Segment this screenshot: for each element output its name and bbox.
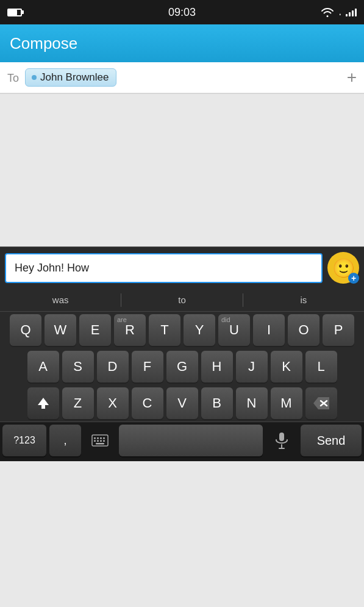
status-time: 09:03 — [168, 6, 196, 19]
keyboard-icon — [91, 434, 109, 447]
key-shift[interactable] — [27, 387, 59, 419]
emoji-button[interactable]: 🙂 + — [327, 252, 359, 284]
message-body[interactable] — [0, 94, 364, 246]
key-o[interactable]: O — [288, 314, 319, 346]
signal-bar-4 — [355, 9, 357, 16]
svg-rect-5 — [94, 437, 96, 439]
key-r[interactable]: are R — [114, 314, 146, 346]
microphone-button[interactable] — [266, 425, 298, 456]
key-u[interactable]: did U — [218, 314, 250, 346]
key-s[interactable]: S — [62, 351, 94, 383]
battery-container — [7, 9, 22, 16]
status-icons: 𐄀 — [321, 7, 357, 17]
recipients-list: John Brownlee — [25, 68, 357, 87]
add-recipient-button[interactable]: + — [347, 68, 357, 87]
bottom-row: ?123 , — [0, 422, 364, 461]
key-j[interactable]: J — [236, 351, 268, 383]
status-bar: 09:03 𐄀 — [0, 0, 364, 24]
svg-rect-14 — [279, 433, 284, 441]
key-f[interactable]: F — [132, 351, 163, 383]
suggestion-was[interactable]: was — [0, 295, 121, 305]
key-row-3: Z X C V B N M — [0, 385, 364, 422]
svg-marker-0 — [38, 398, 49, 409]
svg-rect-7 — [100, 437, 102, 439]
signal-bar-3 — [352, 10, 354, 16]
keyboard: was to is Q W E are R T Y did U I O P A … — [0, 289, 364, 461]
svg-marker-1 — [313, 397, 329, 409]
compose-area: To John Brownlee + — [0, 62, 364, 94]
to-row: To John Brownlee + — [0, 62, 364, 93]
battery-icon — [7, 9, 22, 16]
key-c[interactable]: C — [132, 387, 163, 419]
keyboard-icon-button[interactable] — [84, 425, 116, 456]
send-button[interactable]: Send — [301, 425, 362, 456]
key-b[interactable]: B — [201, 387, 233, 419]
svg-rect-8 — [103, 437, 105, 439]
suggestion-is[interactable]: is — [243, 295, 364, 305]
header: Compose — [0, 24, 364, 62]
key-q[interactable]: Q — [10, 314, 41, 346]
key-k[interactable]: K — [271, 351, 302, 383]
recipient-chip[interactable]: John Brownlee — [25, 68, 116, 87]
message-input[interactable] — [5, 253, 323, 283]
to-label: To — [7, 72, 19, 85]
text-input-area: 🙂 + — [0, 246, 364, 289]
key-p[interactable]: P — [323, 314, 354, 346]
signal-bars — [346, 8, 357, 16]
key-e[interactable]: E — [79, 314, 111, 346]
key-row-2: A S D F G H J K L — [0, 348, 364, 385]
battery-fill — [9, 10, 17, 15]
recipient-name: John Brownlee — [40, 71, 109, 84]
svg-rect-9 — [94, 440, 96, 442]
key-m[interactable]: M — [271, 387, 302, 419]
key-h[interactable]: H — [201, 351, 233, 383]
key-l[interactable]: L — [305, 351, 337, 383]
svg-rect-10 — [97, 440, 99, 442]
key-d[interactable]: D — [97, 351, 129, 383]
key-y[interactable]: Y — [184, 314, 215, 346]
svg-rect-13 — [96, 443, 104, 445]
key-comma[interactable]: , — [49, 425, 81, 456]
recipient-dot — [32, 75, 37, 80]
microphone-icon — [274, 432, 289, 449]
svg-rect-6 — [97, 437, 99, 439]
send-label: Send — [317, 434, 346, 448]
key-x[interactable]: X — [97, 387, 129, 419]
key-space[interactable] — [119, 425, 263, 456]
comma-label: , — [63, 434, 66, 447]
sym-label: ?123 — [13, 435, 35, 446]
signal-bar-1 — [346, 14, 348, 16]
svg-rect-11 — [100, 440, 102, 442]
suggestions-row: was to is — [0, 289, 364, 312]
svg-rect-12 — [103, 440, 105, 442]
key-g[interactable]: G — [166, 351, 198, 383]
signal-bar-2 — [349, 12, 351, 16]
blackberry-icon: 𐄀 — [338, 7, 342, 17]
key-z[interactable]: Z — [62, 387, 94, 419]
shift-icon — [37, 397, 50, 410]
suggestion-to[interactable]: to — [121, 295, 242, 305]
key-sym[interactable]: ?123 — [2, 425, 46, 456]
key-i[interactable]: I — [253, 314, 285, 346]
key-v[interactable]: V — [166, 387, 198, 419]
key-n[interactable]: N — [236, 387, 268, 419]
key-row-1: Q W E are R T Y did U I O P — [0, 312, 364, 348]
page-title: Compose — [10, 34, 77, 53]
key-t[interactable]: T — [149, 314, 180, 346]
key-a[interactable]: A — [27, 351, 59, 383]
emoji-plus-icon: + — [348, 273, 359, 284]
key-delete[interactable] — [305, 387, 337, 419]
key-w[interactable]: W — [45, 314, 76, 346]
delete-icon — [313, 397, 329, 409]
wifi-icon — [321, 7, 334, 17]
